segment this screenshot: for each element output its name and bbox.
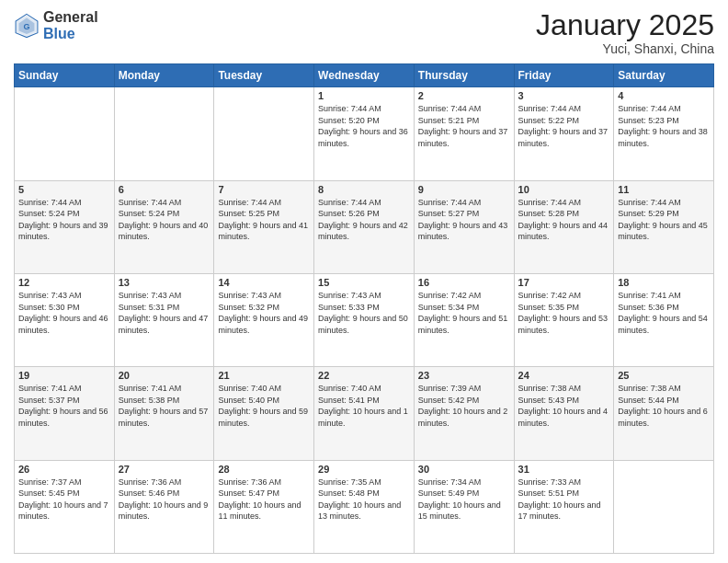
calendar-cell-1-2 [114, 87, 214, 180]
calendar-cell-2-3: 7Sunrise: 7:44 AM Sunset: 5:25 PM Daylig… [214, 180, 314, 273]
day-number: 12 [18, 277, 110, 288]
location: Yuci, Shanxi, China [536, 41, 714, 56]
week-row-2: 5Sunrise: 7:44 AM Sunset: 5:24 PM Daylig… [15, 180, 714, 273]
calendar-cell-2-2: 6Sunrise: 7:44 AM Sunset: 5:24 PM Daylig… [114, 180, 214, 273]
page: G General Blue January 2025 Yuci, Shanxi… [0, 0, 728, 563]
header-tuesday: Tuesday [214, 64, 314, 87]
calendar-cell-5-2: 27Sunrise: 7:36 AM Sunset: 5:46 PM Dayli… [114, 460, 214, 553]
cell-content: Sunrise: 7:41 AM Sunset: 5:36 PM Dayligh… [618, 290, 710, 336]
header-thursday: Thursday [414, 64, 514, 87]
calendar-cell-5-4: 29Sunrise: 7:35 AM Sunset: 5:48 PM Dayli… [314, 460, 415, 553]
logo: G General Blue [14, 9, 98, 41]
calendar-cell-3-6: 17Sunrise: 7:42 AM Sunset: 5:35 PM Dayli… [514, 273, 614, 366]
header-sunday: Sunday [15, 64, 115, 87]
calendar-cell-1-1 [15, 87, 115, 180]
day-number: 13 [119, 277, 210, 288]
day-number: 24 [518, 370, 610, 381]
day-number: 14 [218, 277, 310, 288]
calendar-cell-4-6: 24Sunrise: 7:38 AM Sunset: 5:43 PM Dayli… [514, 367, 614, 460]
calendar-cell-2-6: 10Sunrise: 7:44 AM Sunset: 5:28 PM Dayli… [514, 180, 614, 273]
cell-content: Sunrise: 7:39 AM Sunset: 5:42 PM Dayligh… [418, 383, 510, 429]
week-row-4: 19Sunrise: 7:41 AM Sunset: 5:37 PM Dayli… [15, 367, 714, 460]
header-monday: Monday [114, 64, 214, 87]
cell-content: Sunrise: 7:44 AM Sunset: 5:24 PM Dayligh… [18, 197, 110, 243]
cell-content: Sunrise: 7:38 AM Sunset: 5:44 PM Dayligh… [618, 383, 710, 429]
day-number: 11 [618, 184, 710, 195]
cell-content: Sunrise: 7:43 AM Sunset: 5:32 PM Dayligh… [218, 290, 310, 336]
day-number: 28 [218, 464, 310, 475]
month-title: January 2025 [536, 9, 714, 41]
calendar-cell-1-6: 3Sunrise: 7:44 AM Sunset: 5:22 PM Daylig… [514, 87, 614, 180]
cell-content: Sunrise: 7:44 AM Sunset: 5:28 PM Dayligh… [518, 197, 610, 243]
day-number: 16 [418, 277, 510, 288]
calendar-cell-1-4: 1Sunrise: 7:44 AM Sunset: 5:20 PM Daylig… [314, 87, 415, 180]
day-number: 15 [318, 277, 410, 288]
calendar-cell-3-3: 14Sunrise: 7:43 AM Sunset: 5:32 PM Dayli… [214, 273, 314, 366]
header-wednesday: Wednesday [314, 64, 415, 87]
calendar-cell-3-7: 18Sunrise: 7:41 AM Sunset: 5:36 PM Dayli… [614, 273, 714, 366]
week-row-3: 12Sunrise: 7:43 AM Sunset: 5:30 PM Dayli… [15, 273, 714, 366]
day-number: 30 [418, 464, 510, 475]
day-number: 18 [618, 277, 710, 288]
calendar-cell-1-3 [214, 87, 314, 180]
logo-text: General Blue [43, 9, 98, 41]
cell-content: Sunrise: 7:36 AM Sunset: 5:46 PM Dayligh… [119, 477, 210, 523]
calendar-cell-1-7: 4Sunrise: 7:44 AM Sunset: 5:23 PM Daylig… [614, 87, 714, 180]
svg-text:G: G [23, 21, 29, 30]
day-number: 2 [418, 90, 510, 101]
calendar-cell-5-7 [614, 460, 714, 553]
day-number: 22 [318, 370, 410, 381]
day-number: 10 [518, 184, 610, 195]
calendar-cell-4-5: 23Sunrise: 7:39 AM Sunset: 5:42 PM Dayli… [414, 367, 514, 460]
calendar-cell-5-1: 26Sunrise: 7:37 AM Sunset: 5:45 PM Dayli… [15, 460, 115, 553]
calendar-cell-2-7: 11Sunrise: 7:44 AM Sunset: 5:29 PM Dayli… [614, 180, 714, 273]
cell-content: Sunrise: 7:41 AM Sunset: 5:38 PM Dayligh… [119, 383, 210, 429]
calendar-cell-5-5: 30Sunrise: 7:34 AM Sunset: 5:49 PM Dayli… [414, 460, 514, 553]
cell-content: Sunrise: 7:34 AM Sunset: 5:49 PM Dayligh… [418, 477, 510, 523]
calendar-cell-4-1: 19Sunrise: 7:41 AM Sunset: 5:37 PM Dayli… [15, 367, 115, 460]
calendar-cell-4-4: 22Sunrise: 7:40 AM Sunset: 5:41 PM Dayli… [314, 367, 415, 460]
calendar-table: Sunday Monday Tuesday Wednesday Thursday… [14, 63, 714, 554]
cell-content: Sunrise: 7:40 AM Sunset: 5:40 PM Dayligh… [218, 383, 310, 429]
cell-content: Sunrise: 7:37 AM Sunset: 5:45 PM Dayligh… [18, 477, 110, 523]
logo-general-text: General [43, 9, 98, 26]
cell-content: Sunrise: 7:44 AM Sunset: 5:25 PM Dayligh… [218, 197, 310, 243]
day-number: 5 [18, 184, 110, 195]
cell-content: Sunrise: 7:38 AM Sunset: 5:43 PM Dayligh… [518, 383, 610, 429]
cell-content: Sunrise: 7:44 AM Sunset: 5:24 PM Dayligh… [119, 197, 210, 243]
header-friday: Friday [514, 64, 614, 87]
cell-content: Sunrise: 7:43 AM Sunset: 5:31 PM Dayligh… [119, 290, 210, 336]
day-number: 29 [318, 464, 410, 475]
cell-content: Sunrise: 7:44 AM Sunset: 5:27 PM Dayligh… [418, 197, 510, 243]
calendar-cell-2-4: 8Sunrise: 7:44 AM Sunset: 5:26 PM Daylig… [314, 180, 415, 273]
title-block: January 2025 Yuci, Shanxi, China [536, 9, 714, 56]
day-number: 1 [318, 90, 410, 101]
calendar-cell-4-3: 21Sunrise: 7:40 AM Sunset: 5:40 PM Dayli… [214, 367, 314, 460]
cell-content: Sunrise: 7:43 AM Sunset: 5:30 PM Dayligh… [18, 290, 110, 336]
calendar-cell-5-6: 31Sunrise: 7:33 AM Sunset: 5:51 PM Dayli… [514, 460, 614, 553]
day-number: 27 [119, 464, 210, 475]
cell-content: Sunrise: 7:43 AM Sunset: 5:33 PM Dayligh… [318, 290, 410, 336]
cell-content: Sunrise: 7:36 AM Sunset: 5:47 PM Dayligh… [218, 477, 310, 523]
weekday-header-row: Sunday Monday Tuesday Wednesday Thursday… [15, 64, 714, 87]
calendar-cell-1-5: 2Sunrise: 7:44 AM Sunset: 5:21 PM Daylig… [414, 87, 514, 180]
cell-content: Sunrise: 7:44 AM Sunset: 5:26 PM Dayligh… [318, 197, 410, 243]
calendar-cell-3-4: 15Sunrise: 7:43 AM Sunset: 5:33 PM Dayli… [314, 273, 415, 366]
week-row-1: 1Sunrise: 7:44 AM Sunset: 5:20 PM Daylig… [15, 87, 714, 180]
calendar-cell-3-2: 13Sunrise: 7:43 AM Sunset: 5:31 PM Dayli… [114, 273, 214, 366]
day-number: 19 [18, 370, 110, 381]
day-number: 8 [318, 184, 410, 195]
calendar-cell-5-3: 28Sunrise: 7:36 AM Sunset: 5:47 PM Dayli… [214, 460, 314, 553]
calendar-cell-3-1: 12Sunrise: 7:43 AM Sunset: 5:30 PM Dayli… [15, 273, 115, 366]
logo-blue-text: Blue [43, 26, 98, 42]
day-number: 4 [618, 90, 710, 101]
header-saturday: Saturday [614, 64, 714, 87]
calendar-cell-4-7: 25Sunrise: 7:38 AM Sunset: 5:44 PM Dayli… [614, 367, 714, 460]
day-number: 25 [618, 370, 710, 381]
day-number: 20 [119, 370, 210, 381]
day-number: 26 [18, 464, 110, 475]
day-number: 17 [518, 277, 610, 288]
cell-content: Sunrise: 7:35 AM Sunset: 5:48 PM Dayligh… [318, 477, 410, 523]
week-row-5: 26Sunrise: 7:37 AM Sunset: 5:45 PM Dayli… [15, 460, 714, 553]
cell-content: Sunrise: 7:40 AM Sunset: 5:41 PM Dayligh… [318, 383, 410, 429]
